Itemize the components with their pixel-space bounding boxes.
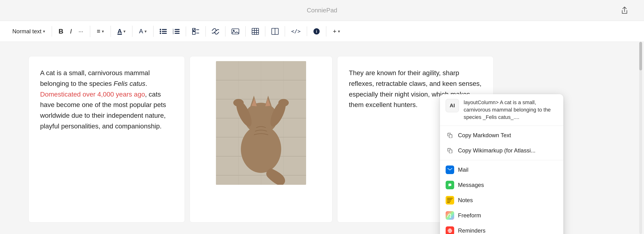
scrollbar[interactable] (639, 42, 642, 234)
italic-button[interactable]: I (67, 26, 75, 37)
svg-rect-18 (252, 28, 259, 35)
copy-markdown-label: Copy Markdown Text (458, 132, 511, 139)
svg-text:3.: 3. (172, 32, 174, 35)
svg-rect-3 (162, 31, 167, 32)
messages-icon (446, 181, 454, 189)
menu-item-notes[interactable]: Notes (440, 193, 563, 208)
ai-icon: AI (446, 99, 459, 112)
svg-point-2 (160, 31, 161, 32)
image-button[interactable] (229, 26, 242, 37)
notes-icon (446, 196, 454, 204)
felis-catus-italic: Felis catus (114, 80, 146, 87)
toolbar: Normal text ▾ B I ··· ≡ ▾ A ▾ A ▾ (0, 21, 644, 42)
cat-image (216, 61, 306, 185)
menu-item-copy-wikimarkup[interactable]: Copy Wikimarkup (for Atlassi... (440, 143, 563, 158)
highlight-icon: A (139, 28, 143, 35)
list-group: 1. 2. 3. (154, 26, 186, 36)
svg-rect-16 (232, 29, 239, 34)
code-button[interactable]: </> (289, 26, 303, 36)
numbered-list-button[interactable]: 1. 2. 3. (170, 26, 182, 36)
table-group (246, 26, 265, 37)
text-style-label: Normal text (12, 28, 42, 35)
svg-rect-9 (175, 31, 180, 32)
highlight-button[interactable]: A ▾ (136, 26, 150, 37)
svg-point-4 (160, 33, 161, 34)
mail-icon (446, 166, 454, 174)
bullet-list-button[interactable] (157, 26, 169, 36)
svg-text:i: i (316, 30, 317, 34)
menu-item-freeform[interactable]: Freeform (440, 208, 563, 223)
chevron-down-icon: ▾ (338, 29, 340, 34)
copy-wikimarkup-label: Copy Wikimarkup (for Atlassi... (458, 147, 536, 154)
copy-markdown-icon (446, 131, 454, 140)
freeform-label: Freeform (458, 212, 481, 219)
svg-point-17 (233, 30, 234, 31)
svg-rect-53 (447, 199, 452, 200)
svg-point-46 (278, 99, 289, 106)
red-text: Domesticated over 4,000 years ago (40, 91, 145, 98)
more-formatting-button[interactable]: ··· (76, 26, 86, 37)
svg-rect-48 (449, 150, 452, 153)
svg-rect-60 (450, 231, 451, 232)
menu-item-messages[interactable]: Messages (440, 177, 563, 193)
freeform-icon (446, 211, 454, 220)
svg-rect-47 (449, 135, 452, 138)
chevron-down-icon: ▾ (43, 29, 45, 34)
chevron-down-icon: ▾ (124, 29, 126, 34)
code-group: </> (285, 26, 307, 36)
reminders-label: Reminders (458, 227, 486, 234)
app-title: ConniePad (307, 7, 338, 14)
svg-point-58 (448, 231, 450, 232)
svg-rect-11 (175, 33, 180, 34)
messages-label: Messages (458, 182, 484, 188)
chevron-down-icon: ▾ (144, 29, 147, 34)
info-button[interactable]: i (311, 26, 322, 37)
font-color-group: A ▾ (111, 26, 132, 37)
columns-group (265, 26, 285, 37)
align-icon: ≡ (97, 28, 100, 35)
align-button[interactable]: ≡ ▾ (94, 26, 107, 37)
plus-icon: + (333, 28, 336, 35)
copy-wikimarkup-icon (446, 146, 454, 155)
add-button[interactable]: + ▾ (330, 26, 343, 37)
svg-point-57 (448, 229, 450, 230)
info-group: i (307, 26, 326, 37)
menu-header-text: layoutColumn> A cat is a small, carnivor… (464, 99, 558, 121)
menu-section-share: Mail Messages (440, 160, 563, 234)
svg-rect-51 (446, 196, 454, 204)
menu-item-mail[interactable]: Mail (440, 162, 563, 177)
scrollbar-thumb[interactable] (639, 42, 642, 70)
checklist-button[interactable] (190, 26, 202, 37)
add-group: + ▾ (326, 26, 347, 37)
formatting-group: B I ··· (52, 26, 90, 37)
font-color-button[interactable]: A ▾ (114, 26, 128, 37)
svg-rect-1 (162, 29, 167, 30)
svg-rect-5 (162, 33, 167, 34)
svg-rect-59 (450, 230, 452, 230)
menu-item-reminders[interactable]: Reminders (440, 223, 563, 234)
code-icon: </> (291, 28, 301, 34)
menu-section-copy: Copy Markdown Text Copy Wikimarkup (for … (440, 126, 563, 160)
svg-point-56 (448, 228, 452, 233)
bold-button[interactable]: B (56, 26, 66, 37)
columns-button[interactable] (269, 26, 281, 37)
link-group (206, 26, 226, 37)
text-style-dropdown[interactable]: Normal text ▾ (10, 26, 48, 37)
align-group: ≡ ▾ (90, 26, 111, 37)
svg-point-44 (233, 99, 244, 106)
share-button[interactable] (619, 5, 630, 16)
image-group (226, 26, 246, 37)
svg-point-0 (160, 29, 161, 30)
checklist-group (186, 26, 206, 37)
highlight-group: A ▾ (132, 26, 154, 37)
svg-rect-13 (192, 32, 195, 35)
share-dropdown-menu: AI layoutColumn> A cat is a small, carni… (440, 94, 563, 234)
svg-rect-52 (447, 198, 453, 199)
text-style-group: Normal text ▾ (10, 26, 52, 37)
column-1: A cat is a small, carnivorous mammal bel… (28, 56, 185, 222)
menu-item-copy-markdown[interactable]: Copy Markdown Text (440, 128, 563, 143)
main-content: A cat is a small, carnivorous mammal bel… (0, 42, 644, 234)
table-button[interactable] (250, 26, 261, 37)
link-button[interactable] (210, 26, 222, 37)
font-color-icon: A (118, 28, 122, 35)
